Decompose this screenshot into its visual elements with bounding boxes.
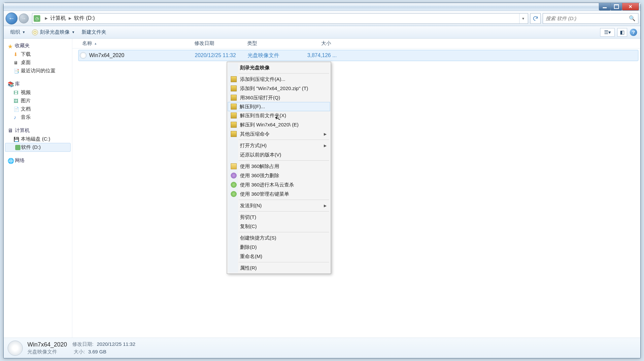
burn-image-button[interactable]: 刻录光盘映像▼ [29, 28, 78, 37]
cm-other-zip[interactable]: 其他压缩命令▶ [228, 129, 330, 139]
download-icon [14, 51, 19, 57]
video-icon [14, 90, 19, 96]
details-date-label: 修改日期: [72, 341, 93, 348]
refresh-button[interactable] [530, 13, 541, 24]
chevron-right-icon: ▶ [45, 16, 48, 20]
details-type: 光盘映像文件 [27, 349, 57, 355]
breadcrumb-current[interactable]: 软件 (D:) [74, 15, 95, 22]
file-type: 光盘映像文件 [248, 52, 300, 59]
title-bar [4, 3, 640, 11]
search-box[interactable]: 🔍 [543, 13, 638, 24]
cm-copy[interactable]: 复制(C) [228, 222, 330, 231]
cm-properties[interactable]: 属性(R) [228, 263, 330, 273]
help-button[interactable]: ? [630, 29, 637, 36]
breadcrumb[interactable]: ◷ ▶ 计算机 ▶ 软件 (D:) ▾ [32, 13, 528, 24]
cm-extract-to[interactable]: 解压到(F)... [228, 102, 330, 111]
document-icon [14, 106, 19, 112]
minimize-button[interactable] [599, 3, 611, 11]
preview-icon: ◧ [620, 29, 625, 35]
iso-file-icon [8, 341, 23, 356]
search-icon[interactable]: 🔍 [629, 15, 635, 21]
computer-icon [8, 128, 14, 134]
new-folder-button[interactable]: 新建文件夹 [78, 28, 110, 37]
details-date: 2020/12/25 11:32 [97, 341, 135, 348]
drive-icon [15, 145, 20, 150]
maximize-button[interactable] [610, 3, 622, 11]
unlock-icon [231, 163, 237, 169]
archive-icon [231, 113, 237, 118]
cm-360-unlock[interactable]: 使用 360解除占用 [228, 162, 330, 171]
file-row[interactable]: Win7x64_2020 2020/12/25 11:32 光盘映像文件 3,8… [78, 50, 638, 61]
column-size[interactable]: 大小 [297, 40, 334, 47]
network-icon [8, 158, 14, 164]
archive-icon [231, 122, 237, 128]
cm-add-zip[interactable]: 添加到 "Win7x64_2020.zip" (T) [228, 84, 330, 93]
sidebar-recent[interactable]: 最近访问的位置 [4, 67, 72, 75]
column-date[interactable]: 修改日期 [192, 40, 245, 47]
sidebar-drive-d[interactable]: 软件 (D:) [5, 143, 71, 152]
cm-delete[interactable]: 删除(D) [228, 243, 330, 252]
star-icon [8, 43, 14, 49]
cm-restore-prev[interactable]: 还原以前的版本(V) [228, 150, 330, 159]
sidebar: 收藏夹 下载 桌面 最近访问的位置 库 视频 图片 文档 音乐 计算机 本地磁盘… [4, 39, 72, 338]
submenu-arrow-icon: ▶ [324, 144, 326, 148]
forward-button[interactable]: → [19, 14, 29, 23]
sidebar-computer[interactable]: 计算机 [4, 126, 72, 135]
sidebar-network[interactable]: 网络 [4, 156, 72, 165]
close-button[interactable] [622, 3, 639, 11]
cm-extract-here[interactable]: 解压到当前文件夹(X) [228, 111, 330, 120]
list-icon: ☰▾ [604, 29, 611, 35]
breadcrumb-dropdown[interactable]: ▾ [519, 14, 526, 23]
cm-open-360zip[interactable]: 用360压缩打开(Q) [228, 93, 330, 102]
sidebar-libraries[interactable]: 库 [4, 80, 72, 88]
cm-360-menu[interactable]: 使用 360管理右键菜单 [228, 189, 330, 199]
iso-file-icon [80, 52, 86, 59]
preview-pane-button[interactable]: ◧ [617, 28, 627, 37]
cm-create-shortcut[interactable]: 创建快捷方式(S) [228, 233, 330, 243]
recent-icon [14, 68, 19, 74]
chevron-down-icon: ▼ [72, 30, 75, 34]
sidebar-pictures[interactable]: 图片 [4, 97, 72, 105]
file-size: 3,874,126 ... [300, 52, 337, 58]
chevron-right-icon: ▶ [69, 16, 71, 20]
sidebar-downloads[interactable]: 下载 [4, 50, 72, 58]
cm-rename[interactable]: 重命名(M) [228, 252, 330, 261]
context-menu: 刻录光盘映像 添加到压缩文件(A)... 添加到 "Win7x64_2020.z… [227, 62, 331, 274]
sidebar-videos[interactable]: 视频 [4, 88, 72, 97]
cm-extract-folder[interactable]: 解压到 Win7x64_2020\ (E) [228, 120, 330, 129]
file-name: Win7x64_2020 [89, 52, 195, 58]
cm-360-force-delete[interactable]: 使用 360强力删除 [228, 171, 330, 180]
cm-add-archive[interactable]: 添加到压缩文件(A)... [228, 75, 330, 84]
cm-open-with[interactable]: 打开方式(H)▶ [228, 141, 330, 150]
toolbar: 组织▼ 刻录光盘映像▼ 新建文件夹 ☰▾ ◧ ? [4, 26, 640, 39]
library-icon [8, 81, 14, 87]
cm-send-to[interactable]: 发送到(N)▶ [228, 201, 330, 210]
sidebar-drive-c[interactable]: 本地磁盘 (C:) [4, 135, 72, 143]
sidebar-desktop[interactable]: 桌面 [4, 58, 72, 67]
organize-button[interactable]: 组织▼ [7, 28, 29, 37]
back-button[interactable]: ← [6, 13, 17, 24]
breadcrumb-root[interactable]: 计算机 [50, 15, 66, 22]
sidebar-favorites[interactable]: 收藏夹 [4, 41, 72, 50]
cm-360-scan[interactable]: 使用 360进行木马云查杀 [228, 180, 330, 189]
details-size: 3.69 GB [88, 349, 106, 355]
sidebar-music[interactable]: 音乐 [4, 113, 72, 121]
details-title: Win7x64_2020 [27, 341, 67, 348]
column-type[interactable]: 类型 [245, 40, 297, 47]
column-name[interactable]: 名称▲ [80, 40, 192, 47]
details-size-label: 大小: [74, 349, 85, 355]
manage-menu-icon [231, 191, 237, 197]
drive-icon [14, 136, 19, 142]
archive-icon [231, 104, 237, 110]
submenu-arrow-icon: ▶ [324, 132, 326, 136]
submenu-arrow-icon: ▶ [324, 204, 326, 208]
cm-cut[interactable]: 剪切(T) [228, 213, 330, 222]
music-icon [14, 115, 19, 120]
cm-burn-image[interactable]: 刻录光盘映像 [228, 63, 330, 72]
view-mode-button[interactable]: ☰▾ [600, 28, 615, 37]
sidebar-documents[interactable]: 文档 [4, 105, 72, 113]
file-date: 2020/12/25 11:32 [195, 52, 248, 58]
explorer-window: ← → ◷ ▶ 计算机 ▶ 软件 (D:) ▾ 🔍 组织▼ 刻录光盘映像▼ 新建… [3, 3, 641, 358]
picture-icon [14, 98, 19, 104]
search-input[interactable] [546, 16, 629, 21]
